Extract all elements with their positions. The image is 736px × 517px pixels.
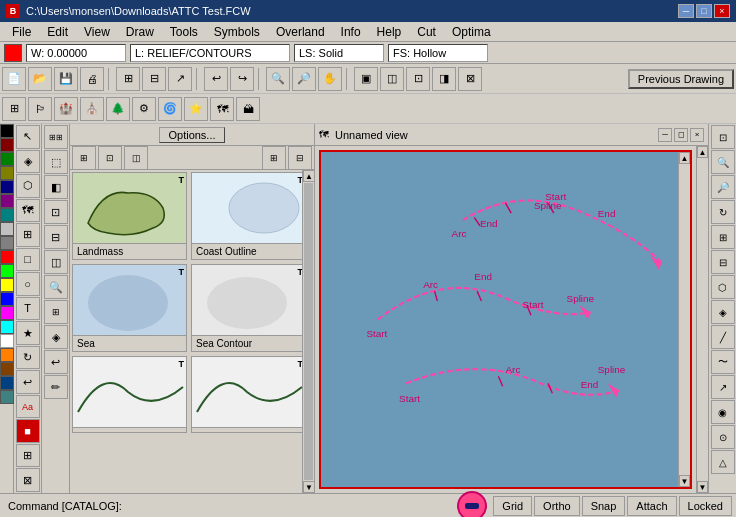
color-swatch[interactable] [4, 44, 22, 62]
rt-b3[interactable]: ⬡ [711, 275, 735, 299]
indicator-circle[interactable] [457, 491, 487, 518]
tb-r8[interactable]: ⭐ [184, 97, 208, 121]
cat-tb-3[interactable]: ◫ [124, 146, 148, 170]
tb-r5[interactable]: 🌲 [106, 97, 130, 121]
lt-zoom[interactable]: ⬡ [16, 174, 40, 198]
maximize-button[interactable]: □ [696, 4, 712, 18]
tb-zoom-in[interactable]: 🔍 [266, 67, 290, 91]
menu-overland[interactable]: Overland [268, 23, 333, 41]
ls-b10[interactable]: ↩ [44, 350, 68, 374]
view-scroll-v[interactable]: ▲ ▼ [696, 146, 708, 493]
menu-optima[interactable]: Optima [444, 23, 499, 41]
rt-b1[interactable]: ⊞ [711, 225, 735, 249]
rt-rotate2[interactable]: ↻ [711, 200, 735, 224]
rt-zoom-in2[interactable]: 🔍 [711, 150, 735, 174]
snap-button[interactable]: Snap [582, 496, 626, 516]
tb-r2[interactable]: 🏳 [28, 97, 52, 121]
rt-b8[interactable]: ◉ [711, 400, 735, 424]
catalog-item-contour[interactable]: T Sea Contour [191, 264, 302, 352]
color-black[interactable] [0, 124, 14, 138]
view-close-btn[interactable]: × [690, 128, 704, 142]
color-brown[interactable] [0, 362, 14, 376]
catalog-options-button[interactable]: Options... [159, 127, 224, 143]
view-scroll-up[interactable]: ▲ [697, 146, 708, 158]
canvas-scroll-up[interactable]: ▲ [679, 152, 690, 164]
lt-line[interactable]: ⊞ [16, 223, 40, 247]
menu-help[interactable]: Help [369, 23, 410, 41]
rt-b5[interactable]: ╱ [711, 325, 735, 349]
color-darkgreen[interactable] [0, 152, 14, 166]
lt-grid2[interactable]: ⊞ [16, 444, 40, 468]
ls-b2[interactable]: ⬚ [44, 150, 68, 174]
ls-b7[interactable]: 🔍 [44, 275, 68, 299]
canvas-scroll-v[interactable]: ▲ ▼ [678, 152, 690, 487]
color-white[interactable] [0, 334, 14, 348]
rt-zoom-extent[interactable]: ⊡ [711, 125, 735, 149]
lt-undo2[interactable]: ↩ [16, 370, 40, 394]
ls-b6[interactable]: ◫ [44, 250, 68, 274]
tb-b2[interactable]: ◫ [380, 67, 404, 91]
cat-tb-1[interactable]: ⊞ [72, 146, 96, 170]
menu-draw[interactable]: Draw [118, 23, 162, 41]
tb-export[interactable]: ↗ [168, 67, 192, 91]
catalog-item-sea[interactable]: T Sea [72, 264, 187, 352]
tb-b3[interactable]: ⊡ [406, 67, 430, 91]
color-yellow[interactable] [0, 278, 14, 292]
color-gray[interactable] [0, 236, 14, 250]
view-restore-btn[interactable]: ◻ [674, 128, 688, 142]
color-purple[interactable] [0, 194, 14, 208]
menu-view[interactable]: View [76, 23, 118, 41]
cat-tb-2[interactable]: ⊡ [98, 146, 122, 170]
catalog-scrollbar[interactable]: ▲ ▼ [302, 170, 314, 493]
color-blue[interactable] [0, 292, 14, 306]
color-darkred[interactable] [0, 138, 14, 152]
tb-r6[interactable]: ⚙ [132, 97, 156, 121]
ls-b11[interactable]: ✏ [44, 375, 68, 399]
color-red[interactable] [0, 250, 14, 264]
tb-new[interactable]: 📄 [2, 67, 26, 91]
lt-pan2[interactable]: 🗺 [16, 199, 40, 223]
tb-undo[interactable]: ↩ [204, 67, 228, 91]
menu-info[interactable]: Info [333, 23, 369, 41]
tb-paste[interactable]: ⊟ [142, 67, 166, 91]
ls-b9[interactable]: ◈ [44, 325, 68, 349]
cat-tb-5[interactable]: ⊟ [288, 146, 312, 170]
scroll-thumb[interactable] [304, 183, 313, 480]
lt-erase[interactable]: ■ [16, 419, 40, 443]
rt-b9[interactable]: ⊙ [711, 425, 735, 449]
view-minimize-btn[interactable]: ─ [658, 128, 672, 142]
color-silver[interactable] [0, 222, 14, 236]
catalog-item-coast[interactable]: T Coast Outline [191, 172, 302, 260]
lt-node[interactable]: ◈ [16, 150, 40, 174]
lt-snap2[interactable]: ⊠ [16, 468, 40, 492]
lt-text[interactable]: T [16, 297, 40, 321]
tb-copy[interactable]: ⊞ [116, 67, 140, 91]
tb-r1[interactable]: ⊞ [2, 97, 26, 121]
tb-r3[interactable]: 🏰 [54, 97, 78, 121]
ls-b5[interactable]: ⊟ [44, 225, 68, 249]
lt-fill[interactable]: Aa [16, 395, 40, 419]
catalog-item-5[interactable]: T [72, 356, 187, 433]
tb-b4[interactable]: ◨ [432, 67, 456, 91]
canvas-scroll-down[interactable]: ▼ [679, 475, 690, 487]
scroll-down-btn[interactable]: ▼ [303, 481, 314, 493]
lt-symbol[interactable]: ★ [16, 321, 40, 345]
tb-r4[interactable]: ⛪ [80, 97, 104, 121]
locked-button[interactable]: Locked [679, 496, 732, 516]
rt-b7[interactable]: ↗ [711, 375, 735, 399]
ls-b3[interactable]: ◧ [44, 175, 68, 199]
color-cyan[interactable] [0, 320, 14, 334]
lt-select[interactable]: ↖ [16, 125, 40, 149]
lt-rotate[interactable]: ↻ [16, 346, 40, 370]
ortho-button[interactable]: Ortho [534, 496, 580, 516]
tb-b5[interactable]: ⊠ [458, 67, 482, 91]
rt-b2[interactable]: ⊟ [711, 250, 735, 274]
lt-rect[interactable]: □ [16, 248, 40, 272]
view-scroll-down[interactable]: ▼ [697, 481, 708, 493]
ls-b4[interactable]: ⊡ [44, 200, 68, 224]
color-olive[interactable] [0, 166, 14, 180]
minimize-button[interactable]: ─ [678, 4, 694, 18]
tb-redo[interactable]: ↪ [230, 67, 254, 91]
cat-tb-4[interactable]: ⊞ [262, 146, 286, 170]
rt-zoom-out2[interactable]: 🔎 [711, 175, 735, 199]
